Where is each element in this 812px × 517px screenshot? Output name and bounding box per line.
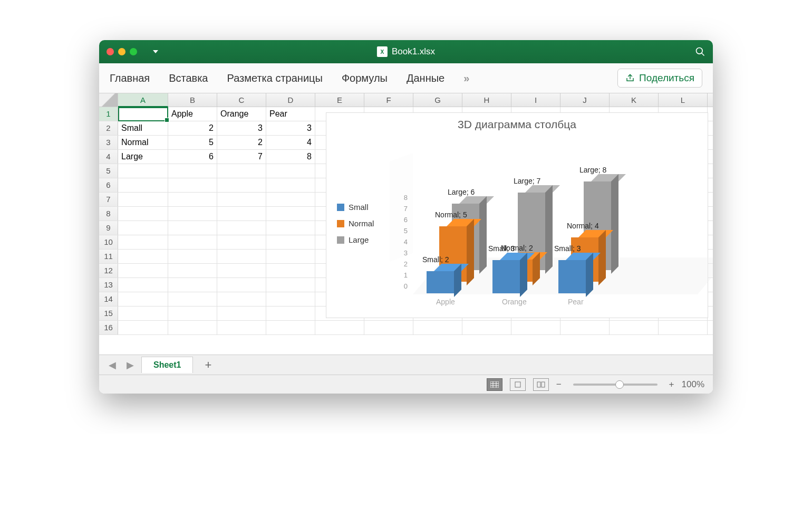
cell-D16[interactable] bbox=[266, 321, 315, 334]
cell-C2[interactable]: 3 bbox=[217, 121, 266, 135]
column-header-F[interactable]: F bbox=[364, 93, 413, 107]
cell-D15[interactable] bbox=[266, 307, 315, 320]
row-header-2[interactable]: 2 bbox=[99, 121, 118, 135]
cell-D12[interactable] bbox=[266, 264, 315, 277]
cell-C1[interactable]: Orange bbox=[217, 107, 266, 121]
sheet-nav-prev[interactable]: ◀ bbox=[105, 359, 119, 371]
row-header-5[interactable]: 5 bbox=[99, 164, 118, 178]
cell-B12[interactable] bbox=[168, 264, 217, 277]
cell-A13[interactable] bbox=[118, 278, 168, 292]
cell-A8[interactable] bbox=[118, 207, 168, 221]
cell-B6[interactable] bbox=[168, 178, 217, 192]
row-header-8[interactable]: 8 bbox=[99, 207, 118, 221]
zoom-out-button[interactable]: − bbox=[556, 379, 562, 390]
sheet-tab[interactable]: Sheet1 bbox=[141, 357, 193, 373]
quick-access-toolbar[interactable] bbox=[153, 50, 158, 53]
cell-D13[interactable] bbox=[266, 278, 315, 292]
cell-C3[interactable]: 2 bbox=[217, 136, 266, 149]
zoom-level[interactable]: 100% bbox=[682, 379, 704, 390]
cell-C5[interactable] bbox=[217, 164, 266, 178]
cell-C12[interactable] bbox=[217, 264, 266, 277]
row-header-9[interactable]: 9 bbox=[99, 221, 118, 235]
cell-J16[interactable] bbox=[560, 321, 610, 334]
cell-A4[interactable]: Large bbox=[118, 150, 168, 164]
cell-C6[interactable] bbox=[217, 178, 266, 192]
cell-I16[interactable] bbox=[511, 321, 560, 334]
select-all-corner[interactable] bbox=[99, 93, 118, 107]
view-normal-button[interactable] bbox=[487, 378, 502, 391]
tab-data[interactable]: Данные bbox=[407, 72, 444, 84]
cell-D11[interactable] bbox=[266, 250, 315, 263]
cell-C9[interactable] bbox=[217, 221, 266, 235]
cell-A12[interactable] bbox=[118, 264, 168, 277]
cell-G16[interactable] bbox=[413, 321, 462, 334]
tab-home[interactable]: Главная bbox=[110, 72, 150, 84]
row-header-11[interactable]: 11 bbox=[99, 250, 118, 263]
cell-C15[interactable] bbox=[217, 307, 266, 320]
cell-A7[interactable] bbox=[118, 193, 168, 206]
cell-A2[interactable]: Small bbox=[118, 121, 168, 135]
cell-D14[interactable] bbox=[266, 292, 315, 306]
cell-C8[interactable] bbox=[217, 207, 266, 221]
column-header-A[interactable]: A bbox=[118, 93, 168, 107]
cell-B13[interactable] bbox=[168, 278, 217, 292]
cell-B15[interactable] bbox=[168, 307, 217, 320]
cell-D8[interactable] bbox=[266, 207, 315, 221]
tab-formulas[interactable]: Формулы bbox=[342, 72, 388, 84]
column-header-I[interactable]: I bbox=[511, 93, 560, 107]
row-header-6[interactable]: 6 bbox=[99, 178, 118, 192]
cell-B11[interactable] bbox=[168, 250, 217, 263]
row-header-7[interactable]: 7 bbox=[99, 193, 118, 206]
zoom-thumb[interactable] bbox=[615, 380, 624, 389]
cell-D5[interactable] bbox=[266, 164, 315, 178]
search-button[interactable] bbox=[695, 46, 705, 57]
cell-K16[interactable] bbox=[610, 321, 659, 334]
embedded-chart[interactable]: 3D диаграмма столбца SmallNormalLarge 87… bbox=[326, 112, 708, 318]
cell-B14[interactable] bbox=[168, 292, 217, 306]
cell-C16[interactable] bbox=[217, 321, 266, 334]
cell-A3[interactable]: Normal bbox=[118, 136, 168, 149]
zoom-in-button[interactable]: + bbox=[669, 379, 674, 390]
cell-B8[interactable] bbox=[168, 207, 217, 221]
row-header-10[interactable]: 10 bbox=[99, 235, 118, 249]
row-header-13[interactable]: 13 bbox=[99, 278, 118, 292]
grid-rows[interactable]: 3D диаграмма столбца SmallNormalLarge 87… bbox=[99, 107, 713, 355]
column-header-E[interactable]: E bbox=[315, 93, 364, 107]
cell-A6[interactable] bbox=[118, 178, 168, 192]
cell-D9[interactable] bbox=[266, 221, 315, 235]
row-header-3[interactable]: 3 bbox=[99, 136, 118, 149]
maximize-icon[interactable] bbox=[130, 48, 137, 55]
cell-D7[interactable] bbox=[266, 193, 315, 206]
cell-A14[interactable] bbox=[118, 292, 168, 306]
cell-C4[interactable]: 7 bbox=[217, 150, 266, 164]
cell-D1[interactable]: Pear bbox=[266, 107, 315, 121]
cell-L16[interactable] bbox=[659, 321, 708, 334]
cell-B16[interactable] bbox=[168, 321, 217, 334]
cell-C13[interactable] bbox=[217, 278, 266, 292]
cell-B7[interactable] bbox=[168, 193, 217, 206]
cell-B4[interactable]: 6 bbox=[168, 150, 217, 164]
cell-A16[interactable] bbox=[118, 321, 168, 334]
tab-insert[interactable]: Вставка bbox=[169, 72, 208, 84]
column-header-G[interactable]: G bbox=[413, 93, 462, 107]
row-header-12[interactable]: 12 bbox=[99, 264, 118, 277]
cell-B5[interactable] bbox=[168, 164, 217, 178]
row-header-1[interactable]: 1 bbox=[99, 107, 118, 121]
cell-D10[interactable] bbox=[266, 235, 315, 249]
cell-B10[interactable] bbox=[168, 235, 217, 249]
cell-B2[interactable]: 2 bbox=[168, 121, 217, 135]
cell-H16[interactable] bbox=[462, 321, 511, 334]
tab-page-layout[interactable]: Разметка страницы bbox=[227, 72, 322, 84]
cell-C14[interactable] bbox=[217, 292, 266, 306]
cell-B3[interactable]: 5 bbox=[168, 136, 217, 149]
share-button[interactable]: Поделиться bbox=[617, 69, 702, 88]
column-header-B[interactable]: B bbox=[168, 93, 217, 107]
row-header-16[interactable]: 16 bbox=[99, 321, 118, 334]
cell-A15[interactable] bbox=[118, 307, 168, 320]
cell-C10[interactable] bbox=[217, 235, 266, 249]
column-header-C[interactable]: C bbox=[217, 93, 266, 107]
column-header-J[interactable]: J bbox=[560, 93, 610, 107]
view-page-layout-button[interactable] bbox=[510, 378, 526, 391]
close-icon[interactable] bbox=[107, 48, 114, 55]
cell-A9[interactable] bbox=[118, 221, 168, 235]
